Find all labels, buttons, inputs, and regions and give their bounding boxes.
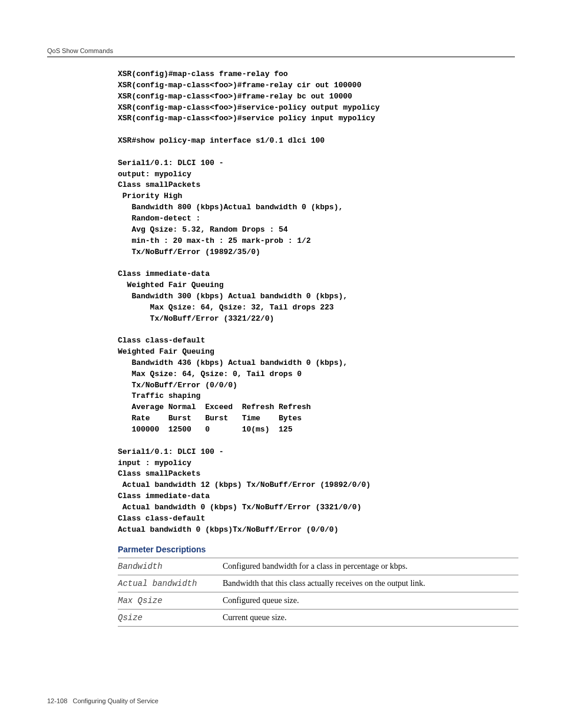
header-rule — [47, 57, 515, 57]
param-name: Actual bandwidth — [118, 575, 223, 592]
param-name: Max Qsize — [118, 592, 223, 610]
param-name: Qsize — [118, 610, 223, 627]
table-row: Actual bandwidth Bandwidth that this cla… — [118, 575, 518, 592]
page-footer: 12-108 Configuring Quality of Service — [47, 697, 158, 704]
page-container: QoS Show Commands XSR(config)#map-class … — [0, 0, 562, 728]
param-desc: Current queue size. — [223, 610, 518, 627]
code-output-block: XSR(config)#map-class frame-relay foo XS… — [118, 69, 515, 535]
table-row: Qsize Current queue size. — [118, 610, 518, 627]
page-header-title: QoS Show Commands — [47, 47, 515, 54]
param-name: Bandwidth — [118, 558, 223, 575]
footer-chapter: Configuring Quality of Service — [72, 697, 158, 704]
param-desc: Bandwidth that this class actually recei… — [223, 575, 518, 592]
param-desc: Configured bandwidth for a class in perc… — [223, 558, 518, 575]
table-row: Bandwidth Configured bandwidth for a cla… — [118, 558, 518, 575]
parameter-table: Bandwidth Configured bandwidth for a cla… — [118, 558, 518, 627]
footer-page-number: 12-108 — [47, 697, 67, 704]
parameter-descriptions-heading: Parmeter Descriptions — [118, 545, 515, 554]
table-row: Max Qsize Configured queue size. — [118, 592, 518, 610]
param-desc: Configured queue size. — [223, 592, 518, 610]
